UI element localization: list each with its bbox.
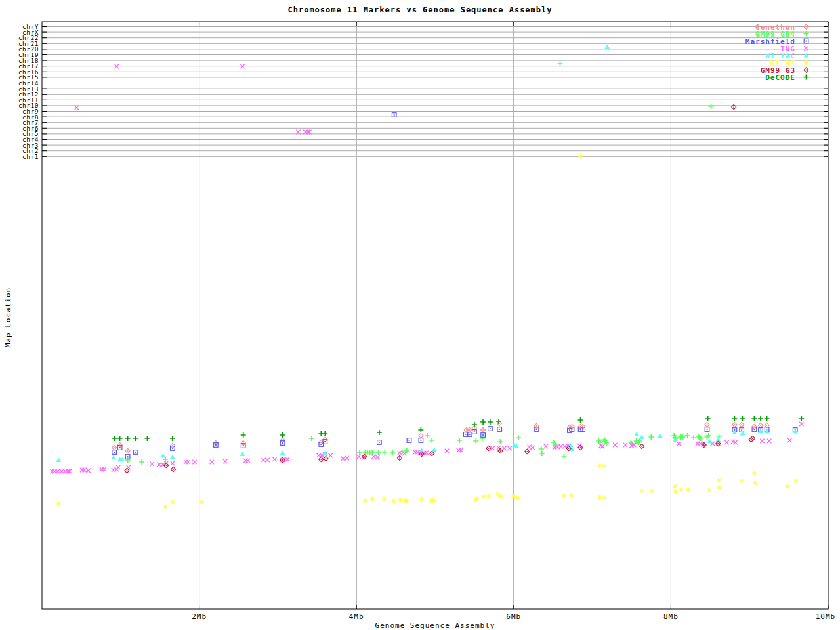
data-point <box>679 488 684 492</box>
data-point <box>425 451 429 455</box>
data-point <box>382 450 387 455</box>
data-point <box>272 457 276 461</box>
data-point <box>605 44 610 49</box>
data-point <box>767 439 771 443</box>
data-point <box>262 458 266 462</box>
data-point <box>534 423 539 428</box>
data-point <box>740 479 744 484</box>
data-point <box>429 438 434 443</box>
data-point <box>163 505 168 509</box>
data-point <box>562 494 566 498</box>
data-point <box>481 433 486 438</box>
data-point <box>597 464 602 469</box>
data-point <box>717 434 722 439</box>
axis-ticks <box>42 22 828 609</box>
data-point <box>473 438 478 444</box>
data-point <box>266 458 270 462</box>
data-point <box>432 499 436 503</box>
data-point <box>685 433 690 438</box>
data-point <box>280 450 285 455</box>
plot-canvas <box>0 0 840 630</box>
data-point <box>56 457 61 462</box>
data-point <box>658 433 663 438</box>
data-point <box>709 104 714 109</box>
data-point <box>639 434 644 439</box>
data-point <box>419 438 423 443</box>
legend-glyph-tng <box>804 46 808 50</box>
data-point <box>799 416 804 421</box>
series-wirh <box>56 154 799 509</box>
data-point <box>530 446 534 450</box>
data-point <box>650 489 654 494</box>
data-point <box>794 479 799 484</box>
data-point <box>707 488 712 493</box>
data-point <box>280 438 285 442</box>
data-point <box>425 433 430 438</box>
data-point <box>75 106 79 110</box>
data-point <box>740 428 744 432</box>
x-tick-label: 4Mb <box>337 612 376 621</box>
data-point <box>481 427 486 432</box>
data-point <box>525 449 530 453</box>
x-tick-label: 6Mb <box>494 612 534 621</box>
data-point <box>602 496 606 501</box>
data-point <box>472 422 477 427</box>
data-point <box>56 502 61 507</box>
data-point <box>467 427 472 432</box>
data-point <box>758 429 763 433</box>
gridlines <box>200 22 671 609</box>
data-point <box>376 450 381 455</box>
data-point <box>363 499 368 503</box>
data-point <box>559 444 563 448</box>
data-point <box>613 443 617 447</box>
data-point <box>562 454 567 459</box>
data-point <box>139 459 144 465</box>
data-point <box>508 446 512 450</box>
data-point <box>398 455 402 460</box>
data-point <box>377 440 382 445</box>
data-point <box>648 434 654 440</box>
data-point <box>170 436 175 441</box>
data-point <box>464 427 469 432</box>
data-point <box>732 416 737 421</box>
data-points-layer <box>50 44 804 509</box>
data-point <box>740 416 745 421</box>
data-point <box>673 484 677 489</box>
data-point <box>482 495 486 499</box>
data-point <box>133 436 138 441</box>
data-point <box>309 436 314 441</box>
data-point <box>432 447 437 452</box>
data-point <box>534 427 539 432</box>
data-point <box>758 416 763 421</box>
data-point <box>753 481 757 486</box>
data-point <box>324 456 328 461</box>
data-point <box>163 457 168 462</box>
chart-screen: Chromosome 11 Markers vs Genome Sequence… <box>0 0 840 630</box>
legend-glyph-decode <box>804 75 809 80</box>
data-point <box>170 443 175 448</box>
data-point <box>691 435 696 440</box>
data-point <box>707 438 712 443</box>
data-point <box>480 419 486 425</box>
data-point <box>391 499 396 504</box>
data-point <box>752 424 757 429</box>
data-point <box>480 436 485 441</box>
data-point <box>170 454 175 459</box>
data-point <box>419 433 423 438</box>
data-point <box>578 154 583 159</box>
data-point <box>516 496 521 501</box>
data-point <box>640 444 644 448</box>
data-point <box>192 460 196 464</box>
data-point <box>488 427 493 431</box>
data-point <box>486 494 491 499</box>
legend-glyph-wirh <box>804 60 808 65</box>
data-point <box>497 439 503 444</box>
data-point <box>150 462 154 466</box>
data-point <box>640 489 644 494</box>
data-point <box>673 490 678 494</box>
data-point <box>705 422 709 427</box>
data-point <box>382 497 387 501</box>
data-point <box>486 446 491 450</box>
data-point <box>760 439 764 443</box>
data-point <box>117 436 123 441</box>
